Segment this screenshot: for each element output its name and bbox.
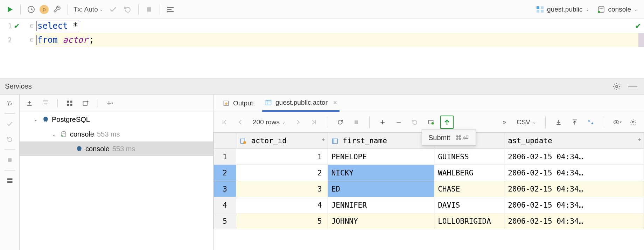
- postgresql-icon: [42, 116, 49, 123]
- svg-point-28: [615, 121, 617, 123]
- reload-button[interactable]: [334, 116, 347, 129]
- revert-button[interactable]: [408, 116, 421, 129]
- scrollbar-marker[interactable]: [638, 33, 644, 47]
- svg-point-26: [432, 122, 434, 125]
- add-icon[interactable]: +▾: [104, 97, 116, 110]
- download-button[interactable]: [552, 116, 565, 129]
- first-page-button[interactable]: [218, 116, 231, 129]
- svg-rect-16: [70, 100, 72, 103]
- col-last-update[interactable]: ast_update◆: [504, 133, 644, 149]
- wrench-button[interactable]: [51, 3, 63, 16]
- tab-output[interactable]: Output: [220, 95, 256, 112]
- svg-rect-1: [147, 7, 151, 12]
- svg-rect-2: [167, 7, 174, 8]
- fold-icon[interactable]: ⊟: [30, 37, 34, 42]
- expand-all-icon[interactable]: [23, 97, 36, 110]
- close-icon[interactable]: ×: [333, 99, 337, 106]
- commit-button[interactable]: [107, 3, 119, 16]
- layout-icon[interactable]: [3, 174, 17, 187]
- submit-tooltip: Submit ⌘⏎: [422, 130, 476, 146]
- minimize-icon[interactable]: —: [626, 80, 639, 93]
- stop-button[interactable]: [143, 3, 155, 16]
- svg-rect-32: [244, 142, 245, 144]
- table-corner[interactable]: [214, 133, 236, 149]
- checkmark-icon: ✔: [14, 22, 20, 30]
- prev-page-button[interactable]: [234, 116, 247, 129]
- last-page-button[interactable]: [307, 116, 321, 129]
- view-button[interactable]: ▾: [610, 116, 624, 129]
- tx-mode-selector[interactable]: Tx: Auto⌄: [72, 6, 105, 13]
- svg-rect-6: [541, 6, 544, 9]
- tree-node-console[interactable]: ⌄ console 553 ms: [20, 127, 213, 141]
- svg-rect-24: [355, 120, 358, 124]
- console-selector[interactable]: console⌄: [594, 5, 641, 14]
- tab-table[interactable]: guest.public.actor ×: [262, 95, 340, 112]
- gear-icon[interactable]: [610, 80, 623, 93]
- rollback-button[interactable]: [121, 3, 134, 16]
- commit-icon[interactable]: [3, 117, 17, 131]
- tree-toolbar: +▾: [20, 95, 213, 112]
- history-button[interactable]: [25, 3, 37, 16]
- remove-row-button[interactable]: −: [392, 116, 405, 129]
- preview-button[interactable]: [424, 116, 438, 129]
- services-tree[interactable]: ⌄ PostgreSQL ⌄ console 553 ms console 55…: [20, 112, 213, 250]
- sql-editor[interactable]: ✔ 1 ⊟ 2 ⊟ select * from actor; ✔: [0, 19, 644, 78]
- tx-icon[interactable]: Tx: [3, 97, 17, 110]
- svg-rect-13: [7, 178, 12, 180]
- postgresql-icon: [76, 145, 83, 152]
- upload-button[interactable]: [568, 116, 581, 129]
- grid-icon[interactable]: [63, 97, 76, 110]
- svg-rect-34: [332, 139, 334, 143]
- stop-button[interactable]: [350, 116, 363, 129]
- table-row[interactable]: 4 4 JENNIFER DAVIS 2006-02-15 04:34…: [214, 197, 644, 213]
- inspection-ok-icon[interactable]: ✔: [635, 22, 641, 31]
- export-format-selector[interactable]: CSV⌄: [514, 118, 539, 126]
- rollback-icon[interactable]: [3, 133, 17, 146]
- col-actor-id[interactable]: actor_id◆: [236, 133, 328, 149]
- schema-selector[interactable]: guest.public⌄: [533, 5, 592, 14]
- row-count-selector[interactable]: 200 rows⌄: [250, 118, 288, 126]
- more-button[interactable]: »: [498, 116, 511, 129]
- collapse-all-icon[interactable]: [39, 97, 52, 110]
- table-icon: [265, 99, 272, 106]
- svg-point-11: [616, 85, 618, 88]
- run-button[interactable]: [4, 3, 16, 16]
- add-row-button[interactable]: +: [376, 116, 389, 129]
- separator: [160, 4, 160, 15]
- separator: [68, 4, 68, 15]
- results-grid[interactable]: actor_id◆ first_name◆ last_ ast_update◆: [214, 132, 644, 250]
- svg-rect-12: [8, 158, 12, 162]
- svg-rect-17: [67, 104, 69, 106]
- services-panel-header: Services —: [0, 78, 644, 95]
- svg-point-21: [61, 135, 63, 137]
- table-row[interactable]: 2 2 NICKY WAHLBERG 2006-02-15 04:34…: [214, 165, 644, 181]
- svg-rect-23: [266, 100, 271, 105]
- table-row[interactable]: 1 1 PENELOPE GUINESS 2006-02-15 04:34…: [214, 149, 644, 165]
- svg-rect-8: [541, 10, 544, 13]
- svg-rect-4: [167, 11, 174, 12]
- compare-button[interactable]: [584, 116, 597, 129]
- services-left-rail: Tx: [0, 95, 20, 250]
- add-tab-icon[interactable]: [79, 97, 92, 110]
- table-row[interactable]: 3 3 ED CHASE 2006-02-15 04:34…: [214, 181, 644, 197]
- svg-point-20: [62, 132, 66, 133]
- table-row[interactable]: 5 5 JOHNNY LOLLOBRIGIDA 2006-02-15 04:34…: [214, 213, 644, 229]
- stop-icon[interactable]: [3, 153, 17, 167]
- fold-icon[interactable]: ⊟: [30, 23, 34, 28]
- svg-rect-19: [83, 101, 88, 105]
- profile-badge[interactable]: p: [40, 5, 49, 14]
- tree-node-postgresql[interactable]: ⌄ PostgreSQL: [20, 112, 213, 127]
- separator: [20, 4, 21, 15]
- line-number: 2: [8, 36, 12, 44]
- next-page-button[interactable]: [291, 116, 304, 129]
- settings-button[interactable]: [626, 116, 640, 129]
- svg-point-9: [598, 6, 604, 8]
- editor-toolbar: p Tx: Auto⌄ guest.public⌄ console⌄: [0, 0, 644, 19]
- svg-point-10: [598, 11, 600, 13]
- svg-rect-7: [537, 10, 539, 13]
- submit-button[interactable]: [440, 116, 454, 129]
- col-first-name[interactable]: first_name◆: [328, 133, 434, 149]
- tree-node-console-child[interactable]: console 553 ms: [20, 141, 213, 156]
- svg-rect-14: [7, 181, 12, 183]
- explain-plan-button[interactable]: [164, 3, 177, 16]
